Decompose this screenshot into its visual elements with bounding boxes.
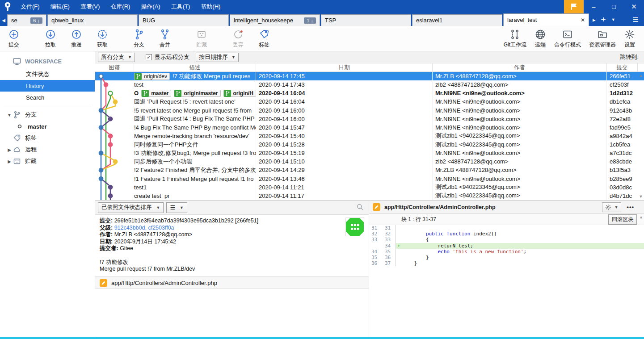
- pull-button[interactable]: 拉取: [38, 26, 63, 51]
- menu-item[interactable]: 编辑(E): [45, 3, 75, 10]
- merge-button[interactable]: 合并: [152, 26, 178, 51]
- settings-button[interactable]: 设置: [620, 26, 640, 51]
- table-row[interactable]: 同时修复同一个PHP文件2020-09-14 15:28测试zlb1 <9402…: [95, 140, 644, 149]
- fetch-button[interactable]: 获取: [89, 26, 115, 51]
- sidebar-item-search[interactable]: Search: [0, 92, 95, 103]
- menu-item[interactable]: 查看(V): [75, 3, 105, 10]
- explorer-button[interactable]: 资源管理器: [585, 26, 620, 51]
- diff-options-button[interactable]: ▼: [602, 202, 621, 212]
- date-cell: 2020-09-14 15:28: [256, 140, 433, 149]
- new-line-number: 32: [383, 231, 396, 237]
- file-list-item[interactable]: app/Http/Controllers/AdminController.php: [95, 276, 369, 289]
- chevron-down-icon[interactable]: ▼: [6, 113, 13, 117]
- hash-cell: 1d2d312: [607, 89, 638, 97]
- new-tab-button[interactable]: +: [598, 13, 609, 26]
- table-row[interactable]: 回退 'Pull Request !5 : revert latest one'…: [95, 97, 644, 106]
- tab-intelligent_housekeepe[interactable]: intelligent_housekeepe1 ↓: [230, 14, 320, 26]
- table-row[interactable]: origin/dev!7 功能修改 Merge pull reques2020-…: [95, 72, 644, 80]
- scroll-up-icon[interactable]: ▲: [639, 215, 643, 219]
- commit-button[interactable]: 提交: [1, 26, 27, 51]
- table-row[interactable]: test12020-09-14 11:21测试zlb1 <940223345@q…: [95, 183, 644, 192]
- sort-order-select[interactable]: 按日期排序▼: [196, 53, 239, 62]
- column-header-4[interactable]: 提交: [607, 63, 638, 71]
- table-row[interactable]: !5 revert latest one Merge pull request …: [95, 106, 644, 115]
- tab-close-icon[interactable]: ✕: [581, 17, 585, 23]
- search-icon[interactable]: [357, 204, 366, 212]
- hash-cell: 72e2af8: [607, 115, 638, 123]
- sidebar-item-文件状态[interactable]: 文件状态: [0, 68, 95, 80]
- tag-button[interactable]: 标签: [251, 26, 277, 51]
- column-header-3[interactable]: 作者: [433, 63, 607, 71]
- table-row[interactable]: Omasterorigin/masterorigin/H2020-09-14 1…: [95, 89, 644, 97]
- tab-eslaravel1[interactable]: eslaravel1: [412, 14, 502, 26]
- flag-button[interactable]: [564, 0, 584, 13]
- menu-item[interactable]: 操作(A): [135, 3, 165, 10]
- date-cell: 2020-09-14 17:43: [256, 80, 433, 89]
- avatar: [345, 218, 364, 236]
- view-options-button[interactable]: ☰▼: [166, 202, 187, 213]
- gitflow-button[interactable]: Git工作流: [500, 26, 530, 51]
- maximize-button[interactable]: □: [604, 0, 624, 13]
- menu-item[interactable]: 文件(F): [15, 3, 45, 10]
- push-button[interactable]: 推送: [63, 26, 89, 51]
- commit-list-scrollbar[interactable]: ▲ ▼: [638, 72, 644, 200]
- table-row[interactable]: !4 Bug FIx The Same PHP By merge conflic…: [95, 123, 644, 132]
- window-menu-button[interactable]: ☰: [633, 13, 639, 26]
- remote-button[interactable]: 远端: [530, 26, 550, 51]
- close-button[interactable]: ✕: [624, 0, 644, 13]
- tab-TSP[interactable]: TSP: [321, 14, 411, 26]
- tab-BUG[interactable]: BUG: [139, 14, 229, 26]
- scroll-up-icon[interactable]: ▲: [638, 73, 644, 78]
- new-line-number: 33: [383, 237, 396, 243]
- commit-message: Merge remote-tracking branch 'resource/d…: [134, 133, 249, 139]
- diff-line: 3536 }: [369, 255, 644, 260]
- file-path: app/Http/Controllers/AdminController.php: [111, 280, 217, 286]
- new-line-number: 36: [383, 255, 396, 260]
- old-line-number: 33: [369, 237, 383, 243]
- sidebar-header-workspace: WORKSPACE: [0, 55, 95, 68]
- pull-label: 拉取: [45, 41, 56, 49]
- column-header-0[interactable]: 图谱: [95, 63, 134, 71]
- minimize-button[interactable]: –: [584, 0, 604, 13]
- scroll-down-icon[interactable]: ▼: [638, 194, 644, 199]
- tab-dropdown-button[interactable]: ▼: [609, 13, 618, 26]
- parent-commit-link[interactable]: cf2503ff0a: [148, 225, 174, 231]
- table-row[interactable]: create test_pr2020-09-14 11:17测试zlb1 <94…: [95, 192, 644, 200]
- sidebar-section-标签[interactable]: 标签: [0, 132, 95, 144]
- tab-qbweb_linux[interactable]: qbweb_linux: [47, 14, 138, 26]
- parent-commit-link[interactable]: 912c43bb0d: [114, 225, 145, 231]
- graph-cell: [95, 183, 134, 192]
- rollback-hunk-button[interactable]: 回滚区块: [608, 214, 637, 225]
- column-header-2[interactable]: 日期: [256, 63, 433, 71]
- column-header-1[interactable]: 描述: [134, 63, 256, 71]
- sidebar-item-history[interactable]: History: [0, 80, 95, 92]
- table-row[interactable]: 回退 'Pull Request !4 : Bug FIx The Same P…: [95, 115, 644, 123]
- code-text: returN test;: [402, 243, 644, 249]
- terminal-button[interactable]: 命令行模式: [550, 26, 585, 51]
- sidebar-section-远程[interactable]: ▶远程: [0, 144, 95, 155]
- chevron-right-icon[interactable]: ▶: [6, 159, 13, 164]
- chevron-right-icon[interactable]: ▶: [6, 147, 13, 152]
- code-text: [402, 225, 644, 231]
- table-row[interactable]: 同步后修改一个小功能2020-09-14 15:10zlb2 <48874712…: [95, 157, 644, 166]
- menu-item[interactable]: 工具(T): [166, 3, 196, 10]
- table-row[interactable]: !3 功能修改,修复bug1; Merge pull request !3 fr…: [95, 149, 644, 157]
- sidebar-section-贮藏[interactable]: ▶贮藏: [0, 155, 95, 167]
- menu-item[interactable]: 帮助(H): [195, 3, 226, 10]
- table-row[interactable]: test2020-09-14 17:43zlb2 <488747128@qq.c…: [95, 80, 644, 89]
- branch-filter-select[interactable]: 所有分支▼: [98, 53, 135, 62]
- more-options-button[interactable]: •••: [627, 204, 634, 210]
- sidebar-branch-master[interactable]: master: [0, 121, 95, 132]
- table-row[interactable]: !2 Feature2 Finished 扁平化合并, 分支中的多次提2020-…: [95, 166, 644, 174]
- table-row[interactable]: !1 Feature 1 Finished Merge pull request…: [95, 175, 644, 183]
- tab-scroll-left-button[interactable]: ◀: [0, 14, 7, 26]
- branch-button[interactable]: 分支: [126, 26, 152, 51]
- show-remote-checkbox[interactable]: ✓: [146, 54, 152, 60]
- tab-scroll-right-button[interactable]: ▸: [590, 13, 598, 26]
- sidebar-section-分支[interactable]: ▼分支: [0, 109, 95, 121]
- file-sort-select[interactable]: 已依照文件状态排序▼: [98, 202, 164, 213]
- tab-laravel_test[interactable]: laravel_test✕: [503, 13, 589, 26]
- tab-se[interactable]: se6 ↓: [7, 14, 46, 26]
- menu-item[interactable]: 仓库(R): [105, 3, 135, 10]
- table-row[interactable]: Merge remote-tracking branch 'resource/d…: [95, 132, 644, 140]
